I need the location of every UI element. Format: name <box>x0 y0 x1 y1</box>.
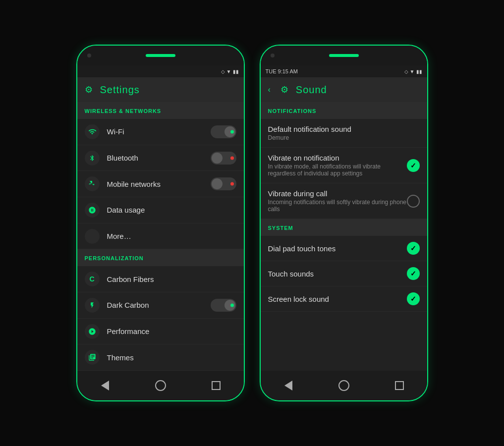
list-item-vibrate-call[interactable]: Vibrate during call Incoming notificatio… <box>261 183 427 219</box>
back-arrow-icon[interactable]: ‹ <box>268 85 271 94</box>
dark-carbon-label: Dark Carbon <box>107 301 211 309</box>
list-item-touch-sounds[interactable]: Touch sounds ✓ <box>261 261 427 286</box>
screen-lock-label: Screen lock sound <box>268 295 407 303</box>
recent-button[interactable] <box>209 378 224 393</box>
checkmark-icon-2: ✓ <box>410 244 416 252</box>
battery-icon-2: ▮▮ <box>416 69 422 74</box>
status-bar-2: TUE 9:15 AM ◇ ▼ ▮▮ <box>261 65 427 77</box>
back-button[interactable] <box>98 378 112 393</box>
list-item-themes[interactable]: Themes <box>77 344 244 371</box>
performance-icon <box>85 324 100 339</box>
toggle-knob <box>212 178 223 189</box>
screen-lock-checkbox[interactable]: ✓ <box>407 292 420 305</box>
section-label-system: SYSTEM <box>268 225 293 231</box>
phone-settings: ◇ ▼ ▮▮ ⚙ Settings WIRELESS & NETWORKS <box>76 45 245 401</box>
more-label: More… <box>107 232 236 240</box>
phone-top-bar <box>77 46 244 65</box>
bluetooth-label: Bluetooth <box>107 154 211 162</box>
section-label-notifications: NOTIFICATIONS <box>268 108 317 114</box>
more-icon <box>85 229 100 244</box>
nav-bar-2 <box>261 371 427 400</box>
home-button[interactable] <box>153 378 168 393</box>
list-item-notification-sound[interactable]: Default notification sound Demure <box>261 119 427 148</box>
vibrate-notification-sublabel: In vibrate mode, all notifications will … <box>268 163 407 177</box>
list-item-screen-lock-sound[interactable]: Screen lock sound ✓ <box>261 286 427 312</box>
list-item-vibrate-notification[interactable]: Vibrate on notification In vibrate mode,… <box>261 148 427 183</box>
list-item-wifi[interactable]: Wi-Fi <box>77 119 244 145</box>
touch-sounds-checkbox[interactable]: ✓ <box>407 267 420 280</box>
recent-button-2[interactable] <box>392 378 407 393</box>
themes-label: Themes <box>107 353 236 362</box>
sound-gear-icon: ⚙ <box>280 84 288 95</box>
settings-list: WIRELESS & NETWORKS Wi-Fi <box>77 102 244 371</box>
mobile-networks-icon <box>85 176 100 191</box>
section-personalization: PERSONALIZATION <box>77 249 244 266</box>
touch-sounds-label: Touch sounds <box>268 270 407 278</box>
list-item-bluetooth[interactable]: Bluetooth <box>77 145 244 171</box>
page-title-2: Sound <box>296 84 327 96</box>
home-button-2[interactable] <box>336 378 351 393</box>
back-icon-2 <box>284 381 292 390</box>
list-item-carbon-fibers[interactable]: C Carbon Fibers <box>77 266 244 292</box>
sim-icon-2: ◇ <box>404 69 408 74</box>
recent-icon <box>212 381 221 390</box>
sim-icon: ◇ <box>221 69 225 74</box>
mobile-toggle[interactable] <box>211 177 236 190</box>
status-bar: ◇ ▼ ▮▮ <box>77 65 244 77</box>
home-icon-2 <box>338 380 349 391</box>
carbon-fibers-label: Carbon Fibers <box>107 275 236 283</box>
earpiece-speaker-2 <box>329 54 359 57</box>
status-icons: ◇ ▼ ▮▮ <box>221 69 239 74</box>
toggle-dot <box>230 130 234 133</box>
settings-gear-icon: ⚙ <box>85 84 93 95</box>
app-header-2: ‹ ⚙ Sound <box>261 77 427 102</box>
toggle-dot <box>230 303 234 307</box>
phone-top-bar-2 <box>261 46 427 65</box>
phone-sound: TUE 9:15 AM ◇ ▼ ▮▮ ‹ ⚙ Sound NOTIFICATIO… <box>260 45 428 401</box>
performance-label: Performance <box>107 327 236 335</box>
status-icons-2: ◇ ▼ ▮▮ <box>404 69 422 74</box>
home-icon <box>155 380 166 391</box>
dark-carbon-toggle[interactable] <box>211 299 236 312</box>
vibrate-call-label: Vibrate during call <box>268 189 407 198</box>
section-wireless: WIRELESS & NETWORKS <box>77 102 244 119</box>
toggle-dot <box>230 182 234 186</box>
section-label-personalization: PERSONALIZATION <box>85 255 144 261</box>
recent-icon-2 <box>395 381 404 390</box>
themes-icon <box>85 350 100 365</box>
mobile-networks-label: Mobile networks <box>107 180 211 188</box>
status-time: TUE 9:15 AM <box>266 68 298 74</box>
wifi-signal-icon: ▼ <box>226 69 231 74</box>
dial-pad-checkbox[interactable]: ✓ <box>407 242 420 255</box>
earpiece-speaker <box>146 54 175 57</box>
notification-sound-sublabel: Demure <box>268 134 420 141</box>
sound-settings-list: NOTIFICATIONS Default notification sound… <box>261 102 427 371</box>
vibrate-notification-checkbox[interactable]: ✓ <box>407 159 420 172</box>
notification-sound-label: Default notification sound <box>268 125 420 133</box>
vibrate-call-checkbox[interactable] <box>407 195 420 208</box>
carbon-fibers-icon: C <box>85 272 100 286</box>
toggle-dot <box>230 156 234 160</box>
list-item-mobile-networks[interactable]: Mobile networks <box>77 171 244 197</box>
list-item-data-usage[interactable]: Data usage <box>77 197 244 223</box>
section-label-wireless: WIRELESS & NETWORKS <box>85 108 162 114</box>
checkmark-icon-3: ✓ <box>410 270 416 278</box>
back-button-2[interactable] <box>281 378 296 393</box>
list-item-dial-pad-tones[interactable]: Dial pad touch tones ✓ <box>261 236 427 261</box>
app-header: ⚙ Settings <box>77 77 244 102</box>
wifi-toggle[interactable] <box>211 125 236 138</box>
list-item-more[interactable]: More… <box>77 223 244 250</box>
list-item-performance[interactable]: Performance <box>77 319 244 345</box>
vibrate-notification-label: Vibrate on notification <box>268 154 407 162</box>
toggle-knob <box>212 153 223 164</box>
list-item-dark-carbon[interactable]: Dark Carbon <box>77 292 244 319</box>
section-notifications: NOTIFICATIONS <box>261 102 427 119</box>
front-camera <box>87 54 91 57</box>
screen-content: ⚙ Settings WIRELESS & NETWORKS Wi-Fi <box>77 77 244 371</box>
wifi-icon <box>85 124 100 139</box>
screen-content-2: ‹ ⚙ Sound NOTIFICATIONS Default notifica… <box>261 77 427 371</box>
checkmark-icon: ✓ <box>410 162 416 169</box>
dial-pad-label: Dial pad touch tones <box>268 244 407 253</box>
wifi-label: Wi-Fi <box>107 127 211 136</box>
bluetooth-toggle[interactable] <box>211 152 236 165</box>
